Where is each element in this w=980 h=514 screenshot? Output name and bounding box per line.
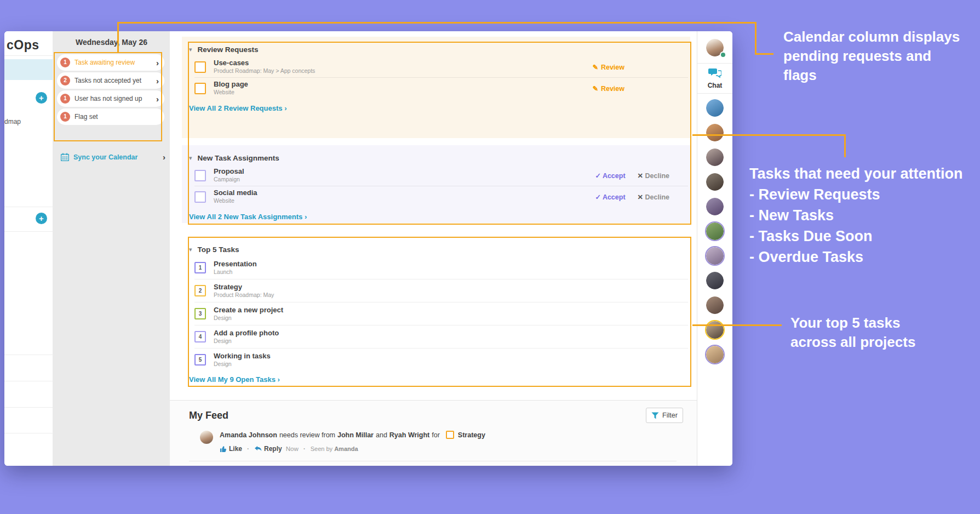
alert-tasks-not-accepted[interactable]: 2 Tasks not accepted yet › xyxy=(57,72,164,89)
teammate-avatar[interactable] xyxy=(705,197,725,216)
annotation-connector-line xyxy=(117,22,757,24)
sidebar-item-roadmap[interactable]: dmap xyxy=(4,118,21,125)
teammate-avatar[interactable] xyxy=(705,320,725,340)
task-row[interactable]: 3 Create a new project Design xyxy=(182,302,690,325)
collapse-triangle-icon[interactable]: ▾ xyxy=(189,246,192,253)
chat-bubbles-icon xyxy=(708,68,721,78)
like-button[interactable]: Like xyxy=(229,445,242,453)
collapse-triangle-icon[interactable]: ▾ xyxy=(189,46,192,53)
pencil-icon: ✎ xyxy=(592,63,598,71)
task-project: Launch xyxy=(214,269,257,276)
annotation-text-calendar: Calendar column displays pending request… xyxy=(783,27,960,85)
person-name[interactable]: Ryah Wright xyxy=(389,431,429,439)
check-icon: ✓ xyxy=(595,172,600,180)
new-task-assignments-section: ▾ New Task Assignments Proposal Campaign… xyxy=(182,145,690,223)
add-project-button[interactable]: + xyxy=(36,92,47,104)
task-row[interactable]: Use-cases Product Roadmap: May > App con… xyxy=(182,56,690,77)
task-title: Use-cases xyxy=(214,59,315,67)
task-title: Add a profile photo xyxy=(214,329,279,337)
teammate-avatar[interactable] xyxy=(705,123,725,142)
sidebar-selected-row[interactable] xyxy=(4,59,53,80)
task-project: Campaign xyxy=(214,176,244,183)
view-all-open-tasks-link[interactable]: View All My 9 Open Tasks › xyxy=(189,375,280,384)
task-checkbox[interactable] xyxy=(194,170,206,181)
teammate-avatar[interactable] xyxy=(705,271,725,290)
annotation-connector-line xyxy=(755,22,757,55)
task-link[interactable]: Strategy xyxy=(458,431,485,439)
annotation-text-attention: Tasks that need your attention - Review … xyxy=(749,163,963,267)
main-content: ▾ Review Requests Use-cases Product Road… xyxy=(170,31,697,466)
review-button[interactable]: ✎Review xyxy=(592,84,624,93)
divider xyxy=(4,433,53,433)
chevron-right-icon: › xyxy=(156,59,159,67)
task-row[interactable]: Proposal Campaign ✓ Accept ✕ Decline xyxy=(182,165,690,186)
view-all-assignments-link[interactable]: View All 2 New Task Assignments › xyxy=(189,213,307,221)
task-checkbox[interactable] xyxy=(194,61,206,73)
task-checkbox[interactable] xyxy=(446,431,454,439)
funnel-icon xyxy=(651,412,659,419)
task-number-checkbox[interactable]: 1 xyxy=(194,262,206,273)
task-title: Create a new project xyxy=(214,306,283,314)
teammate-avatar[interactable] xyxy=(705,172,725,192)
collapse-triangle-icon[interactable]: ▾ xyxy=(189,155,192,162)
accept-button[interactable]: ✓ Accept xyxy=(595,193,625,201)
review-button[interactable]: ✎Review xyxy=(592,63,624,71)
task-project: Design xyxy=(214,338,279,345)
annotation-connector-line xyxy=(844,134,846,157)
task-title: Presentation xyxy=(214,260,257,268)
task-number-checkbox[interactable]: 5 xyxy=(194,354,206,365)
actor-name[interactable]: Amanda Johnson xyxy=(220,431,277,439)
chevron-right-icon: › xyxy=(156,95,159,103)
task-row[interactable]: 5 Working in tasks Design xyxy=(182,349,690,371)
task-row[interactable]: Blog page Website ✎Review xyxy=(182,78,690,99)
feed-item: Amanda Johnson needs review from John Mi… xyxy=(189,431,683,453)
feed-actions: Like · Reply Now · Seen by Amanda xyxy=(220,445,485,453)
view-all-review-requests-link[interactable]: View All 2 Review Requests › xyxy=(189,104,286,112)
accept-button[interactable]: ✓ Accept xyxy=(595,172,625,180)
task-checkbox[interactable] xyxy=(194,83,206,94)
chevron-right-icon: › xyxy=(156,77,159,85)
people-column: Chat xyxy=(697,31,732,466)
decline-button[interactable]: ✕ Decline xyxy=(638,172,669,180)
sync-calendar-link[interactable]: Sync your Calendar › xyxy=(53,152,170,162)
divider xyxy=(4,381,53,381)
task-row[interactable]: 1 Presentation Launch xyxy=(182,256,690,279)
x-icon: ✕ xyxy=(638,193,643,201)
section-title: Top 5 Tasks xyxy=(198,245,239,254)
teammate-avatar[interactable] xyxy=(705,295,725,315)
alert-user-not-signed-up[interactable]: 1 User has not signed up › xyxy=(57,90,164,107)
seen-by: Seen by Amanda xyxy=(311,446,358,452)
task-number-checkbox[interactable]: 2 xyxy=(194,285,206,296)
divider xyxy=(697,93,732,94)
avatar[interactable] xyxy=(200,431,213,444)
teammate-avatar[interactable] xyxy=(705,147,725,167)
alert-flag-set[interactable]: 1 Flag set xyxy=(57,108,164,125)
alert-label: Flag set xyxy=(74,113,98,121)
section-title: New Task Assignments xyxy=(198,154,279,162)
add-item-button[interactable]: + xyxy=(36,213,47,224)
task-project: Design xyxy=(214,315,283,322)
divider xyxy=(4,407,53,408)
task-row[interactable]: 2 Strategy Product Roadmap: May xyxy=(182,279,690,302)
count-badge: 1 xyxy=(60,58,70,67)
task-checkbox[interactable] xyxy=(194,191,206,203)
reply-button[interactable]: Reply xyxy=(264,445,282,453)
feed-title: My Feed xyxy=(189,410,228,421)
teammate-avatar[interactable] xyxy=(705,98,725,118)
task-project: Product Roadmap: May xyxy=(214,292,274,299)
task-number-checkbox[interactable]: 3 xyxy=(194,308,206,319)
decline-button[interactable]: ✕ Decline xyxy=(638,193,669,201)
calendar-date-header: Wednesday, May 26 xyxy=(53,38,170,47)
task-project: Design xyxy=(214,361,271,368)
teammate-avatar[interactable] xyxy=(705,221,725,241)
alert-task-awaiting-review[interactable]: 1 Task awaiting review › xyxy=(57,54,164,71)
task-row[interactable]: Social media Website ✓ Accept ✕ Decline xyxy=(182,186,690,207)
person-name[interactable]: John Millar xyxy=(337,431,374,439)
chat-button[interactable]: Chat xyxy=(708,64,723,93)
task-row[interactable]: 4 Add a profile photo Design xyxy=(182,325,690,348)
teammate-avatar[interactable] xyxy=(705,246,725,266)
filter-button[interactable]: Filter xyxy=(646,408,683,423)
teammate-avatar[interactable] xyxy=(705,345,725,364)
task-number-checkbox[interactable]: 4 xyxy=(194,331,206,342)
teammate-avatar-list xyxy=(705,98,725,369)
